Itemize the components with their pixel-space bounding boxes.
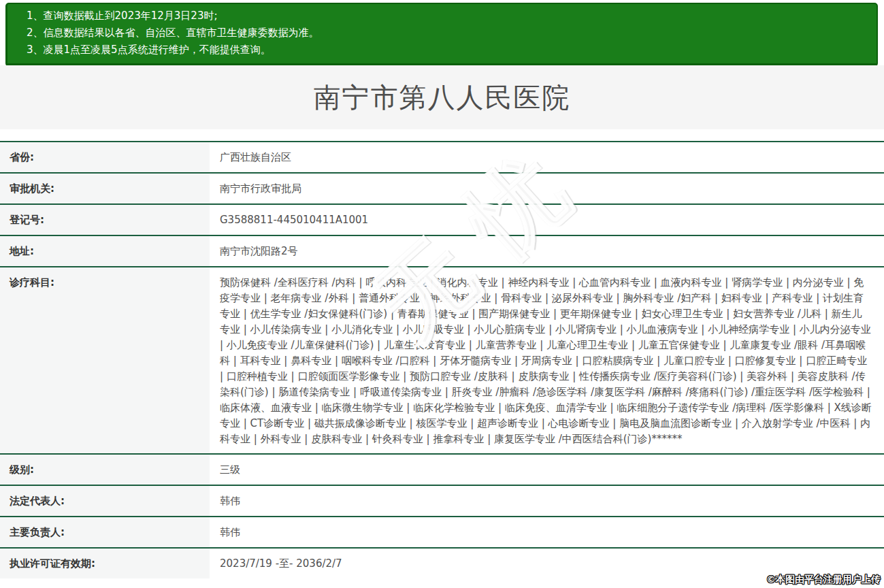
table-row-province: 省份: 广西壮族自治区: [0, 141, 884, 172]
row-label: 主要负责人:: [0, 517, 210, 547]
row-value: 韩伟: [210, 486, 884, 516]
table-row-level: 级别: 三级: [0, 453, 884, 485]
table-row-address: 地址: 南宁市沈阳路2号: [0, 235, 884, 266]
uploader-copyright-stamp: ©本图由平台注册用户上传: [766, 574, 881, 586]
row-value: 南宁市沈阳路2号: [210, 236, 884, 266]
notice-banner: 1、查询数据截止到2023年12月3日23时; 2、信息数据结果以各省、自治区、…: [5, 3, 878, 67]
row-label: 法定代表人:: [0, 486, 210, 516]
page-title: 南宁市第八人民医院: [314, 79, 571, 116]
row-value: 预防保健科 /全科医疗科 /内科 | 呼吸内科专业 | 消化内科专业 | 神经内…: [210, 267, 884, 453]
notice-line-2: 2、信息数据结果以各省、自治区、直辖市卫生健康委数据为准。: [27, 24, 870, 42]
row-label: 诊疗科目:: [0, 267, 210, 453]
row-value: 韩伟: [210, 517, 884, 547]
notice-line-1: 1、查询数据截止到2023年12月3日23时;: [27, 7, 870, 24]
row-label: 执业许可证有效期:: [0, 549, 210, 578]
row-label: 级别:: [0, 455, 210, 485]
row-label: 地址:: [0, 236, 210, 266]
title-band: 南宁市第八人民医院: [0, 65, 884, 129]
table-row-registration-number: 登记号: G3588811-445010411A1001: [0, 203, 884, 235]
row-label: 审批机关:: [0, 174, 210, 203]
table-row-legal-representative: 法定代表人: 韩伟: [0, 485, 884, 516]
row-value: 广西壮族自治区: [210, 142, 884, 172]
table-row-medical-departments: 诊疗科目: 预防保健科 /全科医疗科 /内科 | 呼吸内科专业 | 消化内科专业…: [0, 266, 884, 453]
table-row-license-validity: 执业许可证有效期: 2023/7/19 -至- 2036/2/7: [0, 547, 884, 578]
hospital-info-table: 省份: 广西壮族自治区 审批机关: 南宁市行政审批局 登记号: G3588811…: [0, 141, 884, 578]
row-value: 三级: [210, 455, 884, 485]
table-row-person-in-charge: 主要负责人: 韩伟: [0, 516, 884, 547]
row-label: 省份:: [0, 142, 210, 172]
row-label: 登记号:: [0, 205, 210, 235]
table-row-approval-authority: 审批机关: 南宁市行政审批局: [0, 172, 884, 203]
row-value: 南宁市行政审批局: [210, 174, 884, 203]
notice-line-3: 3、凌晨1点至凌晨5点系统进行维护，不能提供查询。: [27, 42, 870, 59]
row-value: G3588811-445010411A1001: [210, 205, 884, 235]
